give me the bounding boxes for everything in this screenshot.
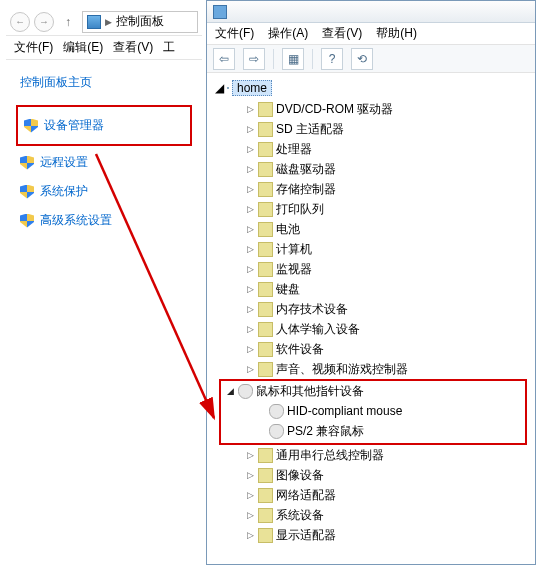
tree-root[interactable]: ◢ home (211, 77, 531, 99)
tree-category[interactable]: ▷计算机 (211, 239, 531, 259)
device-manager-icon (213, 5, 227, 19)
tree-category[interactable]: ▷图像设备 (211, 465, 531, 485)
expand-arrow-icon[interactable]: ▷ (245, 244, 255, 254)
device-category-icon (258, 468, 273, 483)
menu-action[interactable]: 操作(A) (268, 25, 308, 42)
shield-icon (20, 156, 34, 170)
tree-category-mouse[interactable]: ◢ 鼠标和其他指针设备 (221, 381, 525, 401)
nav-back-button[interactable]: ← (10, 12, 30, 32)
toolbar-refresh-button[interactable]: ⟲ (351, 48, 373, 70)
tree-category-label: 人体学输入设备 (276, 321, 360, 338)
expand-arrow-icon[interactable]: ◢ (215, 81, 224, 95)
menu-tools[interactable]: 工 (163, 39, 175, 56)
address-bar[interactable]: ▶ 控制面板 (82, 11, 198, 33)
tree-category[interactable]: ▷系统设备 (211, 505, 531, 525)
expand-arrow-icon[interactable]: ▷ (245, 530, 255, 540)
expand-arrow-icon[interactable]: ▷ (245, 104, 255, 114)
nav-up-button[interactable]: ↑ (58, 12, 78, 32)
mouse-icon (269, 424, 284, 439)
expand-arrow-icon[interactable]: ▷ (245, 124, 255, 134)
cp-item-system-protection[interactable]: 系统保护 (16, 179, 192, 204)
tree-category[interactable]: ▷通用串行总线控制器 (211, 445, 531, 465)
expand-arrow-icon[interactable]: ▷ (245, 450, 255, 460)
device-category-icon (258, 488, 273, 503)
tree-category-label: 显示适配器 (276, 527, 336, 544)
expand-arrow-icon[interactable]: ▷ (245, 144, 255, 154)
expand-arrow-icon[interactable]: ▷ (245, 344, 255, 354)
menu-file[interactable]: 文件(F) (215, 25, 254, 42)
expand-arrow-icon[interactable]: ◢ (225, 386, 235, 396)
tree-category[interactable]: ▷软件设备 (211, 339, 531, 359)
menu-help[interactable]: 帮助(H) (376, 25, 417, 42)
device-tree: ◢ home ▷DVD/CD-ROM 驱动器▷SD 主适配器▷处理器▷磁盘驱动器… (207, 73, 535, 564)
device-category-icon (258, 302, 273, 317)
tree-category-label: 打印队列 (276, 201, 324, 218)
toolbar-back-button[interactable]: ⇦ (213, 48, 235, 70)
cp-item-label: 设备管理器 (44, 117, 104, 134)
cp-home-link[interactable]: 控制面板主页 (16, 70, 192, 101)
tree-category-label: 网络适配器 (276, 487, 336, 504)
shield-icon (20, 214, 34, 228)
tree-category-label: 系统设备 (276, 507, 324, 524)
tree-category[interactable]: ▷电池 (211, 219, 531, 239)
expand-arrow-icon[interactable]: ▷ (245, 470, 255, 480)
toolbar-help-button[interactable]: ? (321, 48, 343, 70)
tree-category[interactable]: ▷内存技术设备 (211, 299, 531, 319)
highlight-box-device-manager: 设备管理器 (16, 105, 192, 146)
tree-category[interactable]: ▷SD 主适配器 (211, 119, 531, 139)
tree-category[interactable]: ▷处理器 (211, 139, 531, 159)
control-panel-window: ← → ↑ ▶ 控制面板 文件(F) 编辑(E) 查看(V) 工 控制面板主页 … (6, 8, 202, 565)
tree-category[interactable]: ▷监视器 (211, 259, 531, 279)
device-manager-window: 文件(F) 操作(A) 查看(V) 帮助(H) ⇦ ⇨ ▦ ? ⟲ ◢ home… (206, 0, 536, 565)
cp-item-advanced-system-settings[interactable]: 高级系统设置 (16, 208, 192, 233)
computer-icon (227, 87, 229, 89)
toolbar-separator (312, 49, 313, 69)
tree-category-label: 声音、视频和游戏控制器 (276, 361, 408, 378)
tree-category[interactable]: ▷磁盘驱动器 (211, 159, 531, 179)
expand-arrow-icon[interactable]: ▷ (245, 510, 255, 520)
tree-category[interactable]: ▷网络适配器 (211, 485, 531, 505)
menu-file[interactable]: 文件(F) (14, 39, 53, 56)
expand-arrow-icon[interactable]: ▷ (245, 164, 255, 174)
nav-forward-button[interactable]: → (34, 12, 54, 32)
device-category-icon (258, 282, 273, 297)
expand-arrow-icon[interactable]: ▷ (245, 490, 255, 500)
cp-sidebar: 控制面板主页 设备管理器 远程设置 系统保护 高级系统设置 (6, 60, 202, 247)
tree-device-label: PS/2 兼容鼠标 (287, 423, 364, 440)
tree-device-hid-mouse[interactable]: HID-compliant mouse (221, 401, 525, 421)
highlight-box-mouse-category: ◢ 鼠标和其他指针设备 HID-compliant mouse PS/2 兼容鼠… (219, 379, 527, 445)
expand-arrow-icon[interactable]: ▷ (245, 224, 255, 234)
cp-item-remote-settings[interactable]: 远程设置 (16, 150, 192, 175)
tree-category[interactable]: ▷打印队列 (211, 199, 531, 219)
expand-arrow-icon[interactable]: ▷ (245, 324, 255, 334)
address-text: 控制面板 (116, 13, 164, 30)
tree-category[interactable]: ▷声音、视频和游戏控制器 (211, 359, 531, 379)
cp-menubar: 文件(F) 编辑(E) 查看(V) 工 (6, 36, 202, 60)
expand-arrow-icon[interactable]: ▷ (245, 264, 255, 274)
tree-category[interactable]: ▷人体学输入设备 (211, 319, 531, 339)
expand-arrow-icon[interactable]: ▷ (245, 204, 255, 214)
tree-category[interactable]: ▷显示适配器 (211, 525, 531, 545)
expand-arrow-icon[interactable]: ▷ (245, 184, 255, 194)
control-panel-icon (87, 15, 101, 29)
menu-view[interactable]: 查看(V) (322, 25, 362, 42)
expand-arrow-icon[interactable]: ▷ (245, 284, 255, 294)
tree-category[interactable]: ▷DVD/CD-ROM 驱动器 (211, 99, 531, 119)
expand-arrow-icon[interactable]: ▷ (245, 304, 255, 314)
tree-category-label: 监视器 (276, 261, 312, 278)
tree-device-ps2-mouse[interactable]: PS/2 兼容鼠标 (221, 421, 525, 441)
toolbar-view-button[interactable]: ▦ (282, 48, 304, 70)
tree-category[interactable]: ▷存储控制器 (211, 179, 531, 199)
toolbar-forward-button[interactable]: ⇨ (243, 48, 265, 70)
tree-category[interactable]: ▷键盘 (211, 279, 531, 299)
cp-item-device-manager[interactable]: 设备管理器 (20, 113, 188, 138)
tree-category-label: 电池 (276, 221, 300, 238)
device-category-icon (258, 448, 273, 463)
expand-arrow-icon[interactable]: ▷ (245, 364, 255, 374)
menu-view[interactable]: 查看(V) (113, 39, 153, 56)
tree-category-label: 内存技术设备 (276, 301, 348, 318)
device-category-icon (258, 182, 273, 197)
tree-category-label: SD 主适配器 (276, 121, 344, 138)
menu-edit[interactable]: 编辑(E) (63, 39, 103, 56)
dm-menubar: 文件(F) 操作(A) 查看(V) 帮助(H) (207, 23, 535, 45)
